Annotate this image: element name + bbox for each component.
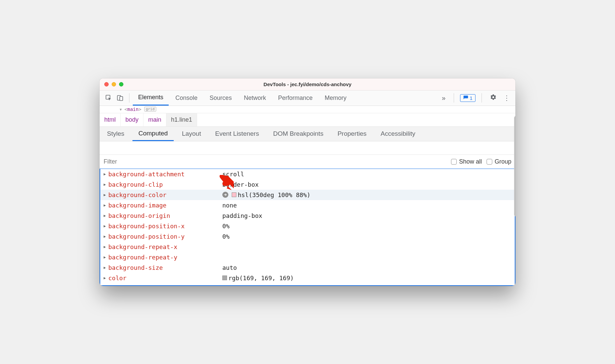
breadcrumb-item[interactable]: body — [121, 113, 144, 126]
minimize-window-button[interactable] — [112, 82, 116, 86]
breadcrumb-item-current[interactable]: h1.line1 — [166, 113, 197, 126]
dom-tag: <main> — [124, 107, 142, 112]
devtools-window: DevTools - jec.fyi/demo/cds-anchovy Elem… — [100, 78, 515, 286]
computed-property-row[interactable]: ▶background-position-x0% — [100, 221, 515, 231]
filter-input[interactable] — [104, 158, 444, 165]
svg-rect-2 — [120, 97, 123, 101]
property-value: none — [222, 202, 237, 209]
expand-triangle-icon[interactable]: ▶ — [104, 255, 108, 259]
group-checkbox[interactable]: Group — [487, 158, 511, 165]
device-toolbar-icon[interactable] — [116, 94, 124, 102]
expand-triangle-icon[interactable]: ▶ — [104, 193, 108, 197]
tab-network[interactable]: Network — [238, 90, 271, 106]
computed-property-row[interactable]: ▶background-position-y0% — [100, 231, 515, 242]
checkbox-label: Group — [495, 158, 511, 165]
subtab-event-listeners[interactable]: Event Listeners — [209, 127, 265, 141]
subtab-accessibility[interactable]: Accessibility — [375, 127, 421, 141]
property-name: background-clip — [108, 181, 222, 188]
maximize-window-button[interactable] — [119, 82, 123, 86]
subtab-styles[interactable]: Styles — [101, 127, 130, 141]
computed-property-row[interactable]: ▶background-attachmentscroll — [100, 169, 515, 179]
tab-memory[interactable]: Memory — [319, 90, 352, 106]
property-value: 0% — [222, 223, 230, 230]
property-value: 0% — [222, 233, 230, 240]
main-tabs: Elements Console Sources Network Perform… — [133, 90, 352, 106]
computed-property-row[interactable]: ▶background-repeat-y — [100, 252, 515, 262]
checkbox-icon — [451, 159, 457, 165]
breadcrumb-item[interactable]: html — [100, 113, 121, 126]
subtab-computed[interactable]: Computed — [132, 127, 174, 141]
property-name: background-attachment — [108, 171, 222, 178]
property-value: rgb(169, 169, 169) — [228, 275, 294, 282]
color-swatch-icon[interactable] — [232, 192, 236, 197]
property-value: hsl(350deg 100% 88%) — [238, 191, 311, 198]
property-name: background-size — [108, 264, 222, 271]
property-value: padding-box — [222, 212, 262, 219]
computed-property-row[interactable]: ▶background-repeat-x — [100, 242, 515, 252]
expand-triangle-icon[interactable]: ▶ — [104, 245, 108, 249]
show-all-checkbox[interactable]: Show all — [451, 158, 482, 165]
breadcrumb: html body main h1.line1 — [100, 113, 515, 127]
settings-icon[interactable] — [488, 94, 499, 102]
computed-property-row[interactable]: ▶background-sizeauto — [100, 262, 515, 273]
subtab-dom-breakpoints[interactable]: DOM Breakpoints — [267, 127, 329, 141]
more-tabs-button[interactable]: » — [440, 94, 448, 102]
computed-property-row[interactable]: ▶background-clipborder-box — [100, 179, 515, 190]
message-icon — [463, 95, 468, 101]
computed-property-row[interactable]: ▶colorrgb(169, 169, 169) — [100, 273, 515, 283]
property-name: color — [108, 275, 222, 282]
expand-triangle-icon[interactable]: ▶ — [104, 172, 108, 176]
property-value: border-box — [222, 181, 259, 188]
close-window-button[interactable] — [104, 82, 109, 86]
expand-triangle-icon[interactable]: ▶ — [104, 265, 108, 270]
sidebar-tabs: Styles Computed Layout Event Listeners D… — [100, 127, 515, 141]
titlebar: DevTools - jec.fyi/demo/cds-anchovy — [100, 78, 515, 90]
filter-bar: Show all Group — [100, 155, 515, 169]
console-messages-badge[interactable]: 1 — [460, 94, 476, 102]
expand-triangle-icon[interactable]: ▶ — [104, 234, 108, 239]
subtab-layout[interactable]: Layout — [176, 127, 207, 141]
subtab-properties[interactable]: Properties — [331, 127, 373, 141]
tab-console[interactable]: Console — [170, 90, 203, 106]
computed-properties-list: ▶background-attachmentscroll▶background-… — [100, 169, 515, 286]
property-name: background-origin — [108, 212, 222, 219]
computed-property-row[interactable]: ▶background-originpadding-box — [100, 210, 515, 221]
property-name: background-repeat-x — [108, 243, 222, 250]
computed-property-row[interactable]: ▶background-colorhsl(350deg 100% 88%) — [100, 190, 515, 200]
computed-property-row[interactable]: ▶background-imagenone — [100, 200, 515, 210]
property-name: background-position-y — [108, 233, 222, 240]
expand-triangle-icon[interactable]: ▶ — [104, 276, 108, 280]
property-name: background-image — [108, 202, 222, 209]
expand-triangle-icon[interactable]: ▶ — [104, 224, 108, 228]
color-swatch-icon[interactable] — [222, 276, 227, 280]
property-name: background-repeat-y — [108, 254, 222, 261]
tab-sources[interactable]: Sources — [204, 90, 237, 106]
tab-elements[interactable]: Elements — [133, 90, 169, 106]
checkbox-icon — [487, 159, 492, 165]
expand-triangle-icon[interactable]: ▶ — [104, 214, 108, 218]
window-title: DevTools - jec.fyi/demo/cds-anchovy — [100, 81, 515, 87]
window-controls — [104, 82, 123, 86]
dom-tree-row[interactable]: ▼ <main> grid — [100, 106, 515, 113]
goto-source-icon[interactable] — [222, 192, 228, 198]
expand-triangle-icon[interactable]: ▶ — [104, 182, 108, 187]
breadcrumb-item[interactable]: main — [144, 113, 166, 126]
tab-performance[interactable]: Performance — [273, 90, 318, 106]
expand-triangle-icon[interactable]: ▼ — [120, 108, 122, 111]
property-value: scroll — [222, 171, 244, 178]
property-name: background-position-x — [108, 223, 222, 230]
box-model-area — [100, 141, 515, 155]
inspect-element-icon[interactable] — [105, 94, 112, 102]
toolbar-separator — [454, 93, 454, 103]
kebab-menu-icon[interactable]: ⋮ — [501, 94, 512, 102]
message-count: 1 — [470, 95, 472, 101]
property-value: auto — [222, 264, 237, 271]
toolbar-separator — [129, 93, 129, 103]
property-name: background-color — [108, 191, 222, 198]
expand-triangle-icon[interactable]: ▶ — [104, 203, 108, 207]
scrollbar[interactable] — [514, 116, 515, 217]
toolbar-separator — [482, 93, 482, 103]
grid-badge[interactable]: grid — [144, 107, 157, 112]
checkbox-label: Show all — [459, 158, 482, 165]
main-toolbar: Elements Console Sources Network Perform… — [100, 90, 515, 106]
